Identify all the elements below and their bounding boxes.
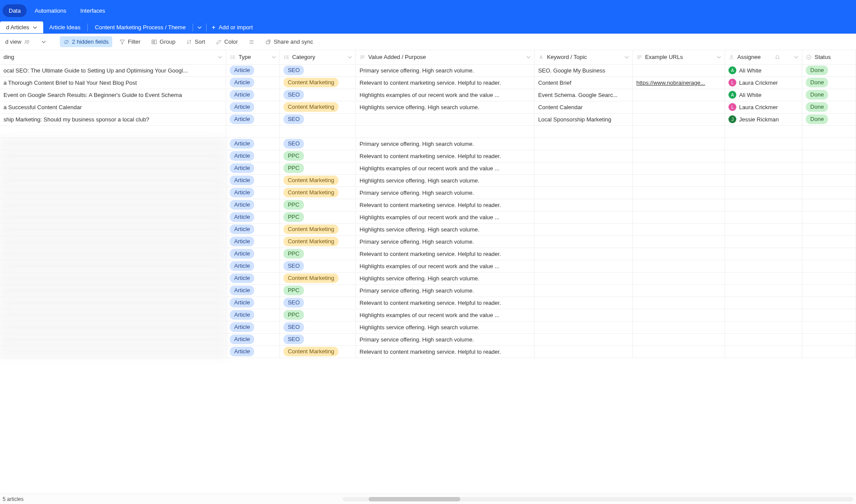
cell-category[interactable]: PPC [280, 199, 356, 211]
cell-type[interactable]: Article [226, 162, 280, 174]
cell-status[interactable]: Done [802, 64, 856, 76]
cell-status[interactable] [802, 284, 856, 297]
cell-value[interactable]: Highlights examples of our recent work a… [356, 162, 535, 174]
cell-status[interactable] [802, 186, 856, 199]
cell-category[interactable]: SEO [280, 333, 356, 345]
cell-url[interactable] [632, 113, 725, 125]
cell-keyword[interactable] [535, 284, 633, 297]
cell-type[interactable]: Article [226, 223, 280, 235]
chevron-down-icon[interactable] [717, 55, 721, 59]
table-row[interactable]: ██████████████████████████████ArticlePPC… [0, 284, 856, 297]
cell-keyword[interactable] [535, 223, 633, 235]
cell-heading[interactable]: ██████████████████████████████ [0, 333, 226, 345]
cell-url[interactable] [632, 321, 725, 333]
cell-url[interactable] [632, 223, 725, 235]
cell-keyword[interactable]: SEO. Google My Business [535, 64, 633, 76]
cell-heading[interactable]: ocal SEO: The Ultimate Guide to Setting … [0, 64, 226, 76]
cell-heading[interactable]: ██████████████████████████████ [0, 284, 226, 297]
cell-keyword[interactable] [535, 235, 633, 248]
cell-category[interactable]: PPC [280, 150, 356, 162]
cell-category[interactable]: PPC [280, 309, 356, 321]
cell-category[interactable]: Content Marketing [280, 186, 356, 199]
cell-heading[interactable]: ██████████████████████████████ [0, 174, 226, 186]
cell-assignee[interactable]: AAli White [725, 89, 802, 101]
cell-url[interactable] [632, 186, 725, 199]
cell-status[interactable]: Done [802, 76, 856, 89]
cell-value[interactable]: Highlights service offering. High search… [356, 223, 535, 235]
cell-keyword[interactable] [535, 345, 633, 358]
table-row[interactable] [0, 125, 856, 138]
cell-status[interactable] [802, 162, 856, 174]
table-row[interactable]: ██████████████████████████████ArticleCon… [0, 174, 856, 186]
cell-url[interactable] [632, 89, 725, 101]
cell-category[interactable]: SEO [280, 64, 356, 76]
tab-dropdown[interactable] [194, 23, 205, 32]
cell-type[interactable]: Article [226, 89, 280, 101]
cell-category[interactable]: SEO [280, 260, 356, 272]
cell-assignee[interactable] [725, 297, 802, 309]
col-status[interactable]: Status [802, 50, 856, 64]
cell-status[interactable] [802, 297, 856, 309]
cell-value[interactable]: Highlights examples of our recent work a… [356, 260, 535, 272]
cell-type[interactable]: Article [226, 333, 280, 345]
cell-status[interactable]: Done [802, 101, 856, 113]
cell-assignee[interactable] [725, 211, 802, 223]
cell-keyword[interactable] [535, 297, 633, 309]
cell-status[interactable] [802, 260, 856, 272]
view-name-button[interactable]: d view [2, 36, 34, 47]
cell-assignee[interactable] [725, 174, 802, 186]
cell-category[interactable]: SEO [280, 113, 356, 125]
cell-type[interactable]: Article [226, 260, 280, 272]
cell-assignee[interactable]: JJessie Rickman [725, 113, 802, 125]
table-row[interactable]: ██████████████████████████████ArticleSEO… [0, 138, 856, 150]
table-row[interactable]: ██████████████████████████████ArticlePPC… [0, 309, 856, 321]
cell-value[interactable]: Primary service offering. High search vo… [356, 235, 535, 248]
cell-type[interactable]: Article [226, 113, 280, 125]
cell-heading[interactable]: ██████████████████████████████ [0, 223, 226, 235]
cell-category[interactable]: SEO [280, 89, 356, 101]
cell-url[interactable] [632, 297, 725, 309]
chevron-down-icon[interactable] [794, 55, 798, 59]
cell-keyword[interactable] [535, 321, 633, 333]
table-row[interactable]: ocal SEO: The Ultimate Guide to Setting … [0, 64, 856, 76]
chevron-down-icon[interactable] [526, 55, 531, 59]
cell-type[interactable]: Article [226, 345, 280, 358]
cell-url[interactable] [632, 199, 725, 211]
cell-heading[interactable]: ██████████████████████████████ [0, 309, 226, 321]
cell-keyword[interactable] [535, 162, 633, 174]
cell-category[interactable]: PPC [280, 211, 356, 223]
topnav-automations[interactable]: Automations [28, 4, 72, 17]
col-category[interactable]: Category [280, 50, 356, 64]
cell-value[interactable]: Primary service offering. High search vo… [356, 138, 535, 150]
cell-type[interactable]: Article [226, 138, 280, 150]
cell-heading[interactable]: ██████████████████████████████ [0, 345, 226, 358]
row-height-button[interactable] [245, 37, 258, 47]
cell-type[interactable]: Article [226, 150, 280, 162]
cell-heading[interactable]: ██████████████████████████████ [0, 235, 226, 248]
cell-value[interactable]: Relevant to content marketing service. H… [356, 150, 535, 162]
share-sync-button[interactable]: Share and sync [262, 36, 317, 47]
cell-category[interactable]: Content Marketing [280, 272, 356, 284]
tab-article-ideas[interactable]: Article Ideas [43, 21, 87, 33]
cell-value[interactable]: Highlights service offering. High search… [356, 321, 535, 333]
chevron-down-icon[interactable] [218, 55, 222, 59]
cell-heading[interactable]: ██████████████████████████████ [0, 248, 226, 260]
cell-heading[interactable]: ██████████████████████████████ [0, 138, 226, 150]
cell-assignee[interactable] [725, 235, 802, 248]
cell-url[interactable]: https://www.nobrainerage... [632, 76, 725, 89]
cell-category[interactable]: SEO [280, 321, 356, 333]
cell-type[interactable]: Article [226, 309, 280, 321]
cell-keyword[interactable] [535, 150, 633, 162]
cell-keyword[interactable]: Local Sponsorship Marketing [535, 113, 633, 125]
cell-category[interactable]: Content Marketing [280, 76, 356, 89]
table-row[interactable]: a Successful Content CalendarArticleCont… [0, 101, 856, 113]
scrollbar-thumb[interactable] [369, 497, 460, 501]
color-button[interactable]: Color [212, 36, 242, 47]
cell-value[interactable]: Relevant to content marketing service. H… [356, 199, 535, 211]
cell-keyword[interactable] [535, 186, 633, 199]
cell-category[interactable]: SEO [280, 297, 356, 309]
cell-heading[interactable]: ██████████████████████████████ [0, 272, 226, 284]
cell-assignee[interactable] [725, 150, 802, 162]
hidden-fields-button[interactable]: 2 hidden fields [60, 36, 112, 47]
cell-url[interactable] [632, 162, 725, 174]
